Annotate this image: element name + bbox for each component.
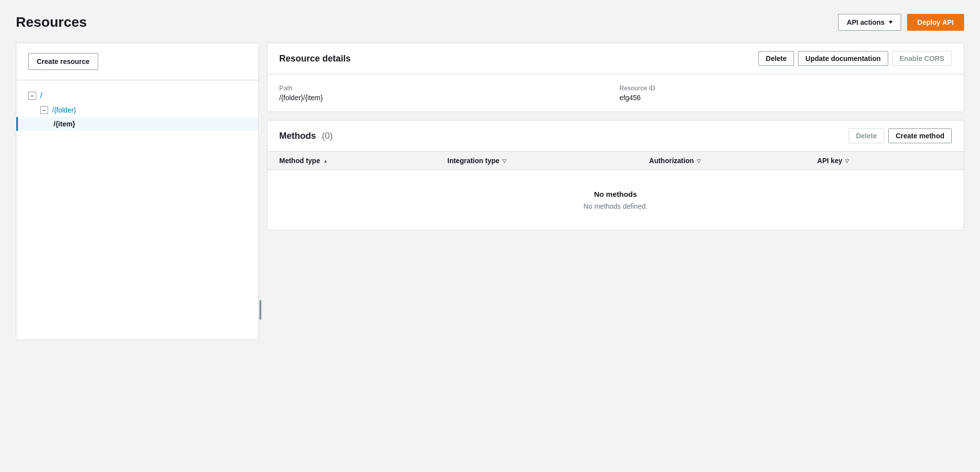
- table-header-row: Method type ▲ Integration type ▽ Authori…: [267, 152, 964, 170]
- delete-method-button: Delete: [849, 128, 884, 143]
- resource-id-field: Resource ID efg456: [619, 84, 952, 102]
- resource-id-label: Resource ID: [619, 84, 952, 92]
- col-integration-type[interactable]: Integration type ▽: [447, 157, 649, 165]
- resource-details-actions: Delete Update documentation Enable CORS: [758, 51, 952, 66]
- tree-label-root: /: [40, 91, 42, 100]
- deploy-api-label: Deploy API: [918, 18, 954, 26]
- methods-header: Methods (0) Delete Create method: [267, 120, 964, 151]
- collapse-icon-root: −: [28, 92, 36, 100]
- page-title: Resources: [16, 14, 87, 30]
- sort-asc-icon: ▲: [323, 158, 328, 164]
- col-api-key-label: API key: [817, 157, 843, 165]
- resource-tree: − / − /{folder} /{item}: [16, 80, 258, 139]
- right-panel: Resource details Delete Update documenta…: [267, 43, 964, 231]
- col-method-type-label: Method type: [279, 157, 320, 165]
- enable-cors-button: Enable CORS: [892, 51, 952, 66]
- path-field: Path /{folder}/{item}: [279, 84, 612, 102]
- create-method-button[interactable]: Create method: [888, 128, 952, 143]
- header-actions: API actions Deploy API: [838, 14, 964, 31]
- empty-state-desc: No methods defined.: [279, 202, 952, 210]
- resource-details-grid: Path /{folder}/{item} Resource ID efg456: [279, 84, 952, 102]
- tree-label-item: /{item}: [54, 120, 75, 128]
- create-resource-section: Create resource: [16, 43, 258, 80]
- resource-details-body: Path /{folder}/{item} Resource ID efg456: [267, 74, 964, 112]
- sort-desc-icon-integration: ▽: [502, 158, 506, 164]
- deploy-api-button[interactable]: Deploy API: [907, 14, 964, 31]
- chevron-down-icon: [889, 21, 893, 24]
- path-value: /{folder}/{item}: [279, 94, 612, 102]
- left-panel: Create resource − / − /{folder} /{item}: [16, 43, 259, 340]
- resource-details-card: Resource details Delete Update documenta…: [267, 43, 964, 112]
- create-resource-button[interactable]: Create resource: [28, 53, 98, 70]
- empty-state-title: No methods: [279, 190, 952, 198]
- col-method-type[interactable]: Method type ▲: [279, 157, 447, 165]
- methods-count: (0): [322, 131, 333, 141]
- delete-resource-button[interactable]: Delete: [758, 51, 794, 66]
- api-actions-label: API actions: [847, 18, 884, 26]
- sort-desc-icon-authorization: ▽: [697, 158, 701, 164]
- drag-handle[interactable]: [259, 300, 261, 320]
- path-label: Path: [279, 84, 612, 92]
- col-integration-type-label: Integration type: [447, 157, 499, 165]
- methods-title: Methods: [279, 131, 316, 141]
- collapse-icon-folder: −: [40, 106, 48, 114]
- methods-table: Method type ▲ Integration type ▽ Authori…: [267, 151, 964, 230]
- tree-item-folder[interactable]: − /{folder}: [16, 103, 258, 117]
- sort-desc-icon-api-key: ▽: [845, 158, 849, 164]
- tree-item-item[interactable]: /{item}: [16, 117, 258, 131]
- methods-card: Methods (0) Delete Create method Method …: [267, 120, 964, 231]
- update-documentation-button[interactable]: Update documentation: [798, 51, 888, 66]
- api-actions-button[interactable]: API actions: [838, 14, 901, 31]
- main-layout: Create resource − / − /{folder} /{item}: [16, 43, 964, 340]
- resource-id-value: efg456: [619, 94, 952, 102]
- table-empty-state: No methods No methods defined.: [267, 170, 964, 230]
- col-api-key[interactable]: API key ▽: [817, 157, 952, 165]
- tree-label-folder: /{folder}: [52, 106, 76, 114]
- resource-details-header: Resource details Delete Update documenta…: [267, 43, 964, 74]
- resource-details-title: Resource details: [279, 54, 351, 64]
- col-authorization-label: Authorization: [649, 157, 694, 165]
- tree-item-root[interactable]: − /: [16, 88, 258, 103]
- methods-header-actions: Delete Create method: [849, 128, 952, 143]
- col-authorization[interactable]: Authorization ▽: [649, 157, 817, 165]
